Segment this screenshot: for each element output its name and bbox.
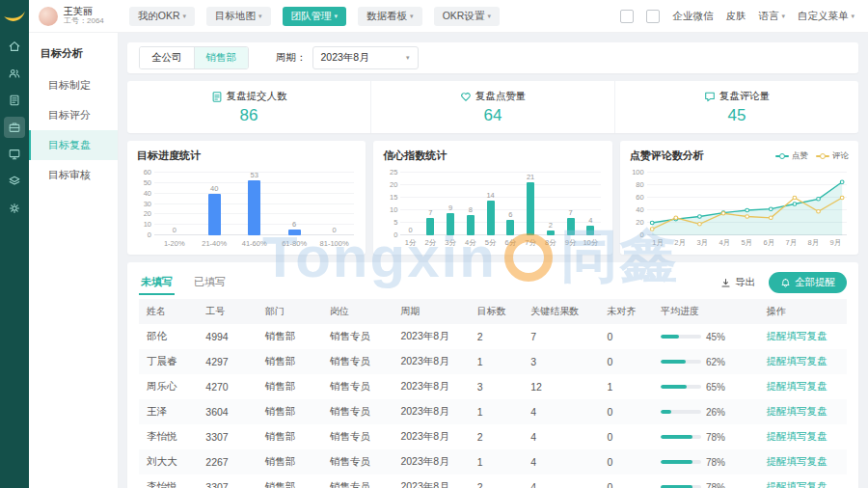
- cell-action: 提醒填写复盘: [758, 374, 847, 399]
- bar-value-label: 4: [588, 216, 592, 225]
- cell-name: 王泽: [139, 399, 198, 424]
- remind-fill-link[interactable]: 提醒填写复盘: [766, 330, 827, 341]
- bar-value-label: 7: [428, 208, 432, 217]
- x-tick-label: 7月: [780, 238, 802, 248]
- line-chart-svg: [647, 173, 847, 235]
- scope-option-1[interactable]: 销售部: [194, 47, 249, 68]
- table-tab-0[interactable]: 未填写: [139, 271, 175, 295]
- topbar: 王芙丽 工号：2064 我的OKR▾目标地图▾团队管理▾数据看板▾OKR设置▾ …: [29, 0, 868, 33]
- rail-briefcase-icon[interactable]: [4, 117, 25, 138]
- likes-comments-chart-card: 点赞评论数分析 点赞评论 0204060801001月2月3月4月5月6月7月8…: [620, 141, 858, 255]
- message-icon[interactable]: [646, 10, 660, 23]
- nav-tab-4[interactable]: OKR设置▾: [434, 7, 500, 26]
- stat-label: 复盘提交人数: [227, 90, 287, 103]
- export-label: 导出: [735, 276, 755, 289]
- rail-gear-icon[interactable]: [4, 198, 25, 219]
- sidebar-item-0[interactable]: 目标制定: [29, 70, 118, 100]
- cell-unaligned: 0: [600, 424, 653, 449]
- legend-label: 评论: [832, 150, 849, 162]
- rail-monitor-icon[interactable]: [4, 144, 25, 165]
- export-button[interactable]: 导出: [720, 276, 755, 289]
- cell-period: 2023年8月: [393, 449, 469, 474]
- legend-item-1[interactable]: 评论: [816, 150, 849, 162]
- cell-krs: 4: [523, 424, 599, 449]
- charts-row: 目标进度统计 010203040506004053601-20%21-40%41…: [127, 141, 858, 255]
- y-tick-label: 60: [630, 194, 644, 202]
- progress-bar: [661, 385, 701, 389]
- remind-fill-link[interactable]: 提醒填写复盘: [766, 405, 827, 417]
- topbar-item-1[interactable]: 皮肤: [725, 10, 746, 23]
- table-row: 王泽3604销售部销售专员2023年8月14026%提醒填写复盘: [139, 399, 847, 424]
- x-tick-label: 7分: [521, 238, 541, 248]
- user-info[interactable]: 王芙丽 工号：2064: [39, 6, 104, 26]
- sidebar-item-2[interactable]: 目标复盘: [29, 130, 118, 160]
- rail-team-icon[interactable]: [4, 63, 25, 84]
- rail-home-icon[interactable]: [4, 36, 25, 57]
- sidebar: 目标分析 目标制定目标评分目标复盘目标审核: [29, 33, 119, 488]
- x-tick-label: 21-40%: [194, 239, 233, 248]
- cell-krs: 3: [523, 349, 599, 374]
- progress-text: 62%: [706, 357, 725, 367]
- app-root: 王芙丽 工号：2064 我的OKR▾目标地图▾团队管理▾数据看板▾OKR设置▾ …: [0, 0, 868, 488]
- user-id: 工号：2064: [64, 16, 104, 26]
- chevron-down-icon: ▾: [183, 13, 187, 20]
- remind-all-button[interactable]: 全部提醒: [769, 272, 847, 293]
- cell-period: 2023年8月: [393, 399, 469, 424]
- cell-period: 2023年8月: [393, 374, 469, 399]
- rail-layers-icon[interactable]: [4, 171, 25, 192]
- chevron-down-icon: ▾: [335, 13, 339, 20]
- table-tab-1[interactable]: 已填写: [192, 271, 228, 295]
- table-row: 李怡悦3307销售部销售专员2023年8月24078%提醒填写复盘: [139, 424, 847, 449]
- app-logo[interactable]: [2, 3, 27, 28]
- progress-bar: [661, 360, 701, 364]
- bar-value-label: 21: [527, 173, 534, 181]
- sidebar-items: 目标制定目标评分目标复盘目标审核: [29, 70, 118, 190]
- bar-value-label: 8: [469, 205, 473, 214]
- x-tick-label: 8月: [802, 238, 825, 248]
- remind-fill-link[interactable]: 提醒填写复盘: [766, 355, 827, 366]
- scope-option-0[interactable]: 全公司: [140, 47, 194, 68]
- topbar-item-3[interactable]: 自定义菜单▾: [798, 10, 854, 23]
- cell-id: 4994: [198, 324, 257, 349]
- bar-value-label: 0: [173, 226, 176, 234]
- nav-tab-2[interactable]: 团队管理▾: [283, 7, 347, 26]
- cell-action: 提醒填写复盘: [758, 474, 847, 488]
- remind-fill-link[interactable]: 提醒填写复盘: [766, 380, 827, 392]
- bar-value-label: 53: [251, 171, 258, 179]
- bar: [567, 218, 575, 235]
- bar-chart-plot: 010203040506004053601-20%21-40%41-60%61-…: [137, 165, 356, 248]
- cell-unaligned: 0: [600, 324, 653, 349]
- cell-name: 周乐心: [139, 374, 198, 399]
- topbar-item-0[interactable]: 企业微信: [672, 10, 713, 23]
- scope-toggle: 全公司销售部: [139, 46, 249, 69]
- legend-item-0[interactable]: 点赞: [775, 150, 808, 162]
- period-select[interactable]: 2023年8月 ▾: [312, 46, 419, 69]
- stats-row: 复盘提交人数86复盘点赞量64复盘评论量45: [127, 81, 858, 133]
- nav-tab-1[interactable]: 目标地图▾: [206, 7, 271, 26]
- progress-text: 26%: [706, 407, 725, 418]
- bar-value-label: 2: [549, 221, 553, 230]
- cell-progress: 65%: [653, 374, 759, 399]
- sidebar-item-3[interactable]: 目标审核: [29, 160, 118, 190]
- progress-bar: [661, 460, 701, 464]
- y-tick-label: 80: [630, 181, 644, 189]
- cell-role: 销售专员: [322, 324, 393, 349]
- y-tick-label: 50: [137, 179, 151, 187]
- remind-fill-link[interactable]: 提醒填写复盘: [766, 480, 827, 488]
- cell-krs: 4: [523, 399, 599, 424]
- sidebar-item-1[interactable]: 目标评分: [29, 100, 118, 130]
- topbar-item-2[interactable]: 语言▾: [758, 10, 785, 23]
- nav-tab-0[interactable]: 我的OKR▾: [129, 7, 195, 26]
- x-tick-label: 1分: [400, 238, 420, 248]
- nav-tab-3[interactable]: 数据看板▾: [358, 7, 422, 26]
- avatar: [39, 7, 58, 26]
- notification-icon[interactable]: [620, 10, 634, 23]
- period-label: 周期：: [276, 51, 307, 65]
- bar: [288, 230, 301, 236]
- rail-document-icon[interactable]: [4, 90, 25, 111]
- cell-krs: 4: [523, 449, 599, 474]
- remind-fill-link[interactable]: 提醒填写复盘: [766, 430, 827, 442]
- nav-tab-label: OKR设置: [443, 10, 485, 23]
- remind-fill-link[interactable]: 提醒填写复盘: [766, 455, 827, 467]
- y-tick-label: 5: [383, 219, 397, 227]
